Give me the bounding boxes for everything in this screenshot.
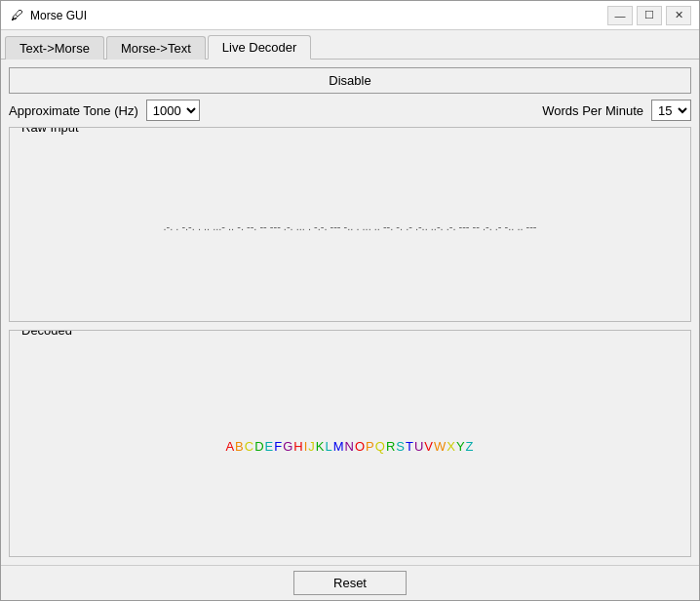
decoded-char-R: R	[386, 439, 396, 454]
decoded-char-D: D	[254, 439, 264, 454]
raw-input-content: .-. . -.-. . .. ...- .. -. --. -- --- .-…	[10, 128, 690, 321]
decoded-char-Q: Q	[375, 439, 386, 454]
tone-select[interactable]: 1000 500 700 1200 1500	[146, 100, 200, 121]
decoded-legend: Decoded	[18, 330, 76, 338]
raw-input-legend: Raw Input	[18, 127, 83, 135]
decoded-char-E: E	[265, 439, 275, 454]
decoded-char-Z: Z	[466, 439, 475, 454]
controls-row: Approximate Tone (Hz) 1000 500 700 1200 …	[9, 100, 691, 121]
tab-text-to-morse[interactable]: Text->Morse	[5, 36, 104, 60]
decoded-char-G: G	[283, 439, 293, 454]
decoded-char-V: V	[424, 439, 434, 454]
disable-button[interactable]: Disable	[9, 67, 691, 94]
decoded-char-T: T	[406, 439, 414, 454]
decoded-char-S: S	[396, 439, 406, 454]
minimize-button[interactable]: —	[607, 6, 633, 25]
decoded-char-J: J	[308, 439, 316, 454]
app-icon: 🖊	[9, 8, 24, 23]
main-content: Disable Approximate Tone (Hz) 1000 500 7…	[1, 60, 699, 565]
main-window: 🖊 Morse GUI — ☐ ✕ Text->Morse Morse->Tex…	[0, 0, 700, 601]
tab-morse-to-text[interactable]: Morse->Text	[106, 36, 206, 60]
decoded-panel: Decoded ABCDEFGHIJKLMNOPQRSTUVWXYZ	[9, 330, 691, 557]
raw-input-text: .-. . -.-. . .. ...- .. -. --. -- --- .-…	[163, 220, 536, 232]
panels-container: Raw Input .-. . -.-. . .. ...- .. -. --.…	[9, 127, 691, 557]
decoded-char-U: U	[414, 439, 424, 454]
decoded-char-C: C	[245, 439, 254, 454]
window-title: Morse GUI	[30, 9, 607, 22]
window-controls: — ☐ ✕	[607, 6, 691, 25]
decoded-char-M: M	[333, 439, 345, 454]
bottom-bar: Reset	[1, 565, 699, 600]
wpm-label: Words Per Minute	[542, 103, 643, 118]
decoded-char-Y: Y	[456, 439, 466, 454]
decoded-char-W: W	[434, 439, 447, 454]
wpm-select[interactable]: 15 5 10 20 25 30	[651, 100, 691, 121]
maximize-button[interactable]: ☐	[637, 6, 662, 25]
decoded-content: ABCDEFGHIJKLMNOPQRSTUVWXYZ	[10, 331, 690, 556]
decoded-char-A: A	[225, 439, 235, 454]
title-bar: 🖊 Morse GUI — ☐ ✕	[1, 1, 699, 30]
decoded-char-K: K	[316, 439, 326, 454]
reset-button[interactable]: Reset	[293, 571, 407, 595]
raw-input-panel: Raw Input .-. . -.-. . .. ...- .. -. --.…	[9, 127, 691, 322]
tab-live-decoder[interactable]: Live Decoder	[208, 35, 312, 60]
decoded-char-O: O	[355, 439, 366, 454]
decoded-char-P: P	[366, 439, 375, 454]
decoded-char-H: H	[293, 439, 303, 454]
decoded-char-B: B	[235, 439, 245, 454]
decoded-char-F: F	[274, 439, 283, 454]
tab-bar: Text->Morse Morse->Text Live Decoder	[1, 30, 699, 60]
decoded-char-X: X	[447, 439, 456, 454]
tone-label: Approximate Tone (Hz)	[9, 103, 138, 118]
decoded-text: ABCDEFGHIJKLMNOPQRSTUVWXYZ	[225, 438, 474, 454]
decoded-char-L: L	[326, 439, 333, 454]
close-button[interactable]: ✕	[666, 6, 691, 25]
decoded-char-N: N	[345, 439, 355, 454]
